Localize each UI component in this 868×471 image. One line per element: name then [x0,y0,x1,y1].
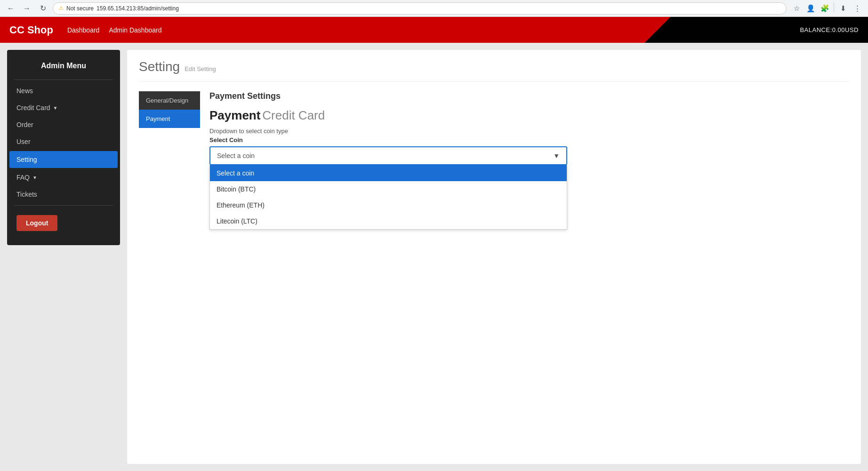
tab-payment[interactable]: Payment [139,110,200,128]
balance-display: BALANCE:0.00USD [800,26,859,33]
option-eth[interactable]: Ethereum (ETH) [210,197,567,213]
sidebar-divider [14,80,113,80]
sidebar-item-news[interactable]: News [7,82,120,99]
page-title: Setting [139,59,180,74]
coin-dropdown-options: Select a coin Bitcoin (BTC) Ethereum (ET… [209,165,567,230]
sidebar-item-order-label: Order [16,121,33,128]
site-logo[interactable]: CC Shop [9,24,53,36]
sidebar-item-order[interactable]: Order [7,116,120,133]
address-bar[interactable]: ⚠ Not secure 159.65.154.213:85/admin/set… [53,2,787,15]
sidebar-item-faq-label: FAQ [16,174,30,181]
chevron-down-select-icon: ▼ [553,152,560,160]
coin-select-placeholder: Select a coin [217,152,255,160]
forward-button[interactable]: → [21,2,33,15]
page-header: Setting Edit Setting [139,59,849,82]
nav-dashboard[interactable]: Dashboard [67,26,100,34]
option-ltc[interactable]: Litecoin (LTC) [210,213,567,229]
sidebar-item-user-label: User [16,138,31,145]
reload-button[interactable]: ↻ [37,2,49,15]
payment-settings-title: Payment Settings [209,91,840,101]
insecure-icon: ⚠ [59,5,64,11]
select-coin-label: Select Coin [209,136,840,144]
browser-actions: ☆ 👤 🧩 ⬇ ⋮ [790,2,863,15]
top-nav: CC Shop Dashboard Admin Dashboard BALANC… [0,17,868,43]
sidebar-item-faq[interactable]: FAQ ▼ [7,169,120,186]
sidebar-item-tickets[interactable]: Tickets [7,186,120,203]
setting-layout: General/Design Payment Payment Settings … [139,91,849,165]
sidebar-divider-bottom [14,205,113,206]
url-text: 159.65.154.213:85/admin/setting [96,5,179,12]
extensions-button[interactable]: 🧩 [819,2,831,15]
chevron-down-icon-faq: ▼ [32,175,37,180]
sidebar: Admin Menu News Credit Card ▼ Order User… [7,50,120,245]
sidebar-item-credit-card-label: Credit Card [16,104,50,112]
payment-heading: Payment Credit Card [209,108,840,123]
page-layout: Admin Menu News Credit Card ▼ Order User… [0,43,868,471]
sidebar-item-setting-label: Setting [16,156,37,163]
setting-tabs: General/Design Payment [139,91,200,165]
sidebar-item-user[interactable]: User [7,133,120,150]
tab-general[interactable]: General/Design [139,91,200,110]
sidebar-title: Admin Menu [7,57,120,77]
insecure-label: Not secure [66,5,94,12]
payment-label: Payment [209,108,260,122]
back-button[interactable]: ← [5,2,17,15]
nav-links: Dashboard Admin Dashboard [67,26,162,34]
page-subtitle: Edit Setting [185,65,216,72]
menu-button[interactable]: ⋮ [851,2,863,15]
download-button[interactable]: ⬇ [837,2,849,15]
sidebar-item-news-label: News [16,87,33,95]
bookmark-button[interactable]: ☆ [790,2,803,15]
coin-select-wrapper[interactable]: Select a coin ▼ Select a coin Bitcoin (B… [209,146,567,165]
sidebar-item-credit-card[interactable]: Credit Card ▼ [7,99,120,116]
setting-body: Payment Settings Payment Credit Card Dro… [200,91,849,165]
nav-admin-dashboard[interactable]: Admin Dashboard [109,26,161,34]
option-btc[interactable]: Bitcoin (BTC) [210,181,567,197]
sidebar-item-tickets-label: Tickets [16,191,37,198]
main-content: Setting Edit Setting General/Design Paym… [127,50,861,464]
profile-button[interactable]: 👤 [804,2,817,15]
dropdown-description: Dropdown to select coin type [209,128,840,135]
browser-bar: ← → ↻ ⚠ Not secure 159.65.154.213:85/adm… [0,0,868,17]
coin-select-display[interactable]: Select a coin ▼ [209,146,567,165]
option-select-coin[interactable]: Select a coin [210,165,567,181]
chevron-down-icon: ▼ [53,105,58,111]
logout-button[interactable]: Logout [16,215,57,231]
credit-card-label-text: Credit Card [262,108,325,122]
sidebar-item-setting[interactable]: Setting [9,151,118,168]
